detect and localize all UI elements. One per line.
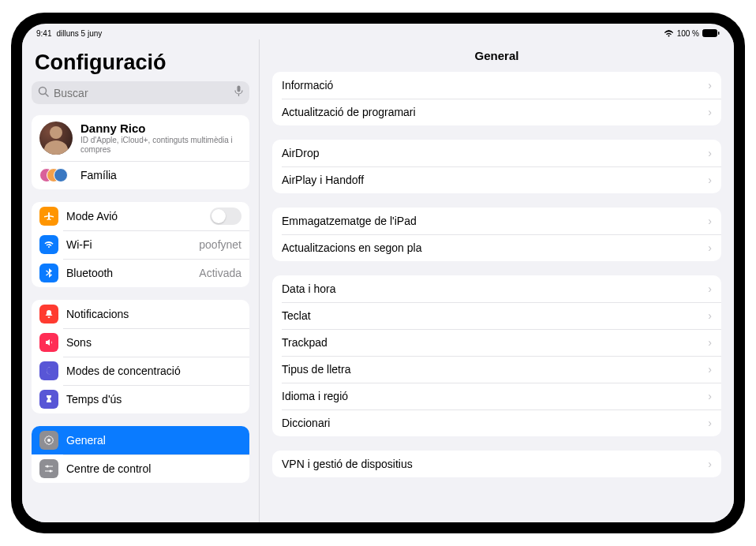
language-label: Idioma i regió xyxy=(282,390,708,402)
status-time: 9:41 xyxy=(36,29,51,38)
battery-percent: 100 % xyxy=(677,29,699,38)
sidebar-title: Configuració xyxy=(35,50,246,75)
detail-group-4: Data i hora › Teclat › Trackpad › Tipu xyxy=(272,275,721,436)
hourglass-icon xyxy=(39,390,58,409)
profile-subtitle: ID d'Apple, iCloud+, continguts multimèd… xyxy=(80,136,241,155)
chevron-right-icon: › xyxy=(708,215,712,227)
airdrop-row[interactable]: AirDrop › xyxy=(272,140,721,166)
avatar xyxy=(39,122,73,155)
about-row[interactable]: Informació › xyxy=(272,72,721,99)
speaker-icon xyxy=(39,333,58,352)
airplane-label: Mode Avió xyxy=(66,210,210,223)
profile-row[interactable]: Danny Rico ID d'Apple, iCloud+, contingu… xyxy=(32,115,249,161)
chevron-right-icon: › xyxy=(708,282,712,295)
airplay-label: AirPlay i Handoff xyxy=(282,174,708,186)
bg-refresh-label: Actualitzacions en segon pla xyxy=(282,241,708,254)
battery-icon xyxy=(702,29,720,37)
bg-refresh-row[interactable]: Actualitzacions en segon pla › xyxy=(272,234,721,261)
svg-point-6 xyxy=(47,439,51,442)
detail-title: General xyxy=(260,39,734,72)
chevron-right-icon: › xyxy=(708,336,712,349)
airplay-row[interactable]: AirPlay i Handoff › xyxy=(272,166,721,193)
airplane-row[interactable]: Mode Avió xyxy=(32,202,249,230)
vpn-row[interactable]: VPN i gestió de dispositius › xyxy=(272,451,721,477)
search-field[interactable] xyxy=(32,81,249,104)
trackpad-row[interactable]: Trackpad › xyxy=(272,329,721,356)
detail-pane: General Informació › Actualització de pr… xyxy=(259,39,734,522)
software-update-row[interactable]: Actualització de programari › xyxy=(272,99,721,125)
moon-icon xyxy=(39,361,58,380)
statusbar: 9:41 dilluns 5 juny 100 % xyxy=(22,24,734,39)
chevron-right-icon: › xyxy=(708,174,712,186)
screentime-row[interactable]: Temps d'ús xyxy=(32,385,249,413)
general-label: General xyxy=(66,434,241,447)
general-group: General Centre de control xyxy=(32,426,249,483)
ipad-frame: 9:41 dilluns 5 juny 100 % Configuració xyxy=(11,13,745,533)
bluetooth-row[interactable]: Bluetooth Activada xyxy=(32,259,249,287)
keyboard-label: Teclat xyxy=(282,309,708,322)
svg-rect-1 xyxy=(718,32,720,35)
wifi-label: Wi-Fi xyxy=(66,238,199,251)
family-row[interactable]: Família xyxy=(32,161,249,189)
screen: 9:41 dilluns 5 juny 100 % Configuració xyxy=(22,24,734,522)
connectivity-group: Mode Avió Wi-Fi poofynet xyxy=(32,202,249,287)
fonts-label: Tipus de lletra xyxy=(282,363,708,376)
chevron-right-icon: › xyxy=(708,390,712,402)
airplane-icon xyxy=(39,207,58,226)
search-input[interactable] xyxy=(54,87,234,99)
sounds-row[interactable]: Sons xyxy=(32,328,249,357)
storage-label: Emmagatzematge de l'iPad xyxy=(282,215,708,227)
sidebar: Configuració Danny Rico xyxy=(22,39,259,522)
airplane-toggle[interactable] xyxy=(210,208,241,225)
dictionary-row[interactable]: Diccionari › xyxy=(272,410,721,436)
language-row[interactable]: Idioma i regió › xyxy=(272,383,721,410)
chevron-right-icon: › xyxy=(708,147,712,159)
notifications-label: Notificacions xyxy=(66,308,241,320)
chevron-right-icon: › xyxy=(708,363,712,376)
chevron-right-icon: › xyxy=(708,241,712,254)
wifi-row[interactable]: Wi-Fi poofynet xyxy=(32,230,249,259)
svg-line-3 xyxy=(46,93,49,96)
notifications-group: Notificacions Sons Modes de concentració xyxy=(32,300,249,413)
detail-group-5: VPN i gestió de dispositius › xyxy=(272,451,721,477)
chevron-right-icon: › xyxy=(708,79,712,92)
detail-group-2: AirDrop › AirPlay i Handoff › xyxy=(272,140,721,193)
detail-group-3: Emmagatzematge de l'iPad › Actualitzacio… xyxy=(272,208,721,261)
notifications-row[interactable]: Notificacions xyxy=(32,300,249,328)
status-date: dilluns 5 juny xyxy=(56,29,102,38)
vpn-label: VPN i gestió de dispositius xyxy=(282,458,708,470)
wifi-value: poofynet xyxy=(199,238,241,251)
sounds-label: Sons xyxy=(66,336,241,349)
focus-label: Modes de concentració xyxy=(66,365,241,377)
chevron-right-icon: › xyxy=(708,309,712,322)
chevron-right-icon: › xyxy=(708,106,712,118)
gear-icon xyxy=(39,431,58,450)
profile-group: Danny Rico ID d'Apple, iCloud+, contingu… xyxy=(32,115,249,189)
screentime-label: Temps d'ús xyxy=(66,393,241,406)
about-label: Informació xyxy=(282,79,708,92)
mic-icon[interactable] xyxy=(234,85,243,100)
bluetooth-value: Activada xyxy=(199,267,241,279)
detail-group-1: Informació › Actualització de programari… xyxy=(272,72,721,125)
fonts-row[interactable]: Tipus de lletra › xyxy=(272,356,721,383)
family-label: Família xyxy=(80,169,241,181)
control-center-row[interactable]: Centre de control xyxy=(32,454,249,483)
keyboard-row[interactable]: Teclat › xyxy=(272,302,721,329)
chevron-right-icon: › xyxy=(708,417,712,429)
date-time-row[interactable]: Data i hora › xyxy=(272,275,721,302)
airdrop-label: AirDrop xyxy=(282,147,708,159)
chevron-right-icon: › xyxy=(708,458,712,470)
family-avatars-icon xyxy=(39,166,73,185)
svg-rect-4 xyxy=(238,86,241,92)
storage-row[interactable]: Emmagatzematge de l'iPad › xyxy=(272,208,721,234)
search-icon xyxy=(38,86,49,100)
general-row[interactable]: General xyxy=(32,426,249,454)
wifi-icon xyxy=(664,29,674,37)
date-time-label: Data i hora xyxy=(282,282,708,295)
dictionary-label: Diccionari xyxy=(282,417,708,429)
control-center-label: Centre de control xyxy=(66,462,241,475)
svg-rect-0 xyxy=(703,30,717,37)
focus-row[interactable]: Modes de concentració xyxy=(32,357,249,385)
bluetooth-label: Bluetooth xyxy=(66,267,199,279)
bell-icon xyxy=(39,305,58,323)
